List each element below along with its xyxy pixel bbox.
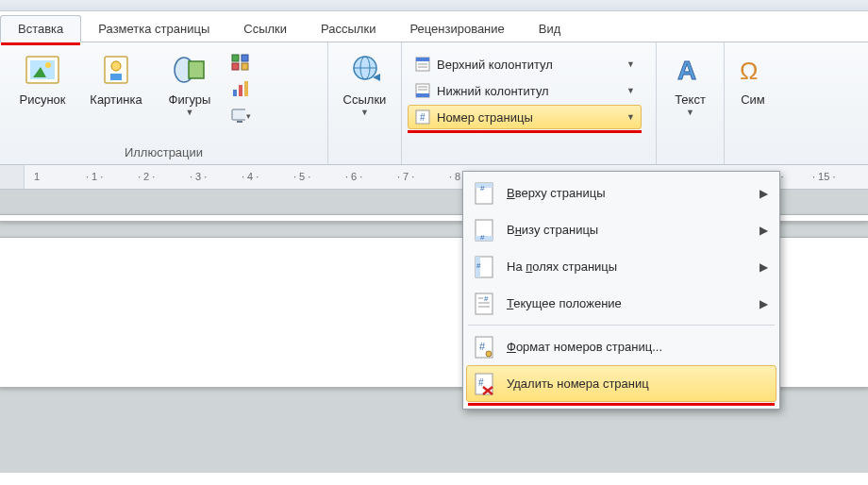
menu-top-of-page[interactable]: # ВВверху страницыверху страницы ▶ bbox=[466, 175, 776, 211]
tab-insert[interactable]: Вставка bbox=[0, 15, 81, 42]
active-underline bbox=[1, 42, 80, 45]
ruler-tick: · 6 · bbox=[345, 171, 362, 182]
svg-rect-6 bbox=[110, 74, 122, 80]
menu-page-margins[interactable]: # На полях страницы ▶ bbox=[466, 248, 776, 285]
svg-rect-9 bbox=[232, 55, 239, 61]
page-bottom-icon: # bbox=[471, 217, 497, 243]
tab-mailings[interactable]: Рассылки bbox=[304, 16, 392, 42]
header-label: Верхний колонтитул bbox=[437, 58, 621, 72]
menu-current-position[interactable]: # Текущее положение ▶ bbox=[466, 285, 776, 322]
chevron-down-icon: ▼ bbox=[626, 86, 635, 95]
svg-text:#: # bbox=[480, 233, 485, 242]
menu-label: Внизу страницы bbox=[507, 223, 760, 237]
submenu-arrow-icon: ▶ bbox=[760, 297, 768, 310]
tab-label: Разметка страницы bbox=[98, 22, 209, 36]
chevron-down-icon: ▼ bbox=[186, 108, 194, 117]
menu-label: ВВверху страницыверху страницы bbox=[507, 186, 760, 200]
tab-label: Рассылки bbox=[321, 22, 376, 36]
svg-text:A: A bbox=[677, 56, 696, 85]
group-text: A Текст ▼ bbox=[657, 42, 725, 164]
shapes-button[interactable]: Фигуры ▼ bbox=[153, 46, 226, 122]
links-button[interactable]: Ссылки ▼ bbox=[334, 46, 395, 122]
menu-label: Удалить номера страниц bbox=[507, 376, 768, 391]
omega-icon: Ω bbox=[734, 51, 772, 89]
clipart-icon bbox=[97, 51, 135, 89]
submenu-arrow-icon: ▶ bbox=[760, 187, 768, 200]
svg-rect-17 bbox=[237, 121, 242, 123]
hyperlink-icon bbox=[346, 51, 384, 89]
picture-button[interactable]: Рисунок bbox=[6, 46, 79, 111]
screenshot-button[interactable]: ▾ bbox=[230, 105, 251, 125]
symbol-label: Сим bbox=[741, 92, 765, 107]
picture-icon bbox=[24, 51, 61, 89]
svg-text:Ω: Ω bbox=[740, 57, 758, 85]
svg-rect-12 bbox=[242, 63, 248, 70]
tab-label: Рецензирование bbox=[409, 22, 504, 36]
ruler-tick: · 15 · bbox=[812, 171, 835, 182]
ruler-tick: · 4 · bbox=[242, 171, 259, 182]
ruler-tick: · 1 · bbox=[86, 171, 103, 182]
svg-rect-10 bbox=[242, 55, 248, 61]
group-spacer bbox=[408, 133, 650, 152]
tab-view[interactable]: Вид bbox=[522, 16, 578, 42]
text-box-button[interactable]: A Текст ▼ bbox=[662, 46, 718, 122]
page-number-button[interactable]: # Номер страницы ▼ bbox=[408, 105, 642, 129]
ruler-tick: · 3 · bbox=[190, 171, 207, 182]
page-number-label: Номер страницы bbox=[437, 110, 621, 125]
chevron-down-icon: ▾ bbox=[246, 111, 251, 121]
svg-rect-13 bbox=[233, 90, 237, 96]
illustration-small-buttons: ▾ bbox=[230, 52, 251, 125]
group-label: Иллюстрации bbox=[6, 143, 322, 162]
ruler-tick: · 5 · bbox=[293, 171, 310, 182]
svg-rect-27 bbox=[416, 93, 429, 97]
menu-label: Текущее положение bbox=[507, 296, 760, 310]
menu-label: Формат номеров страниц... bbox=[507, 340, 768, 354]
svg-text:#: # bbox=[478, 377, 484, 388]
ribbon-tabs: Вставка Разметка страницы Ссылки Рассылк… bbox=[0, 11, 868, 42]
group-illustrations: Рисунок Картинка Фигуры ▼ ▾ Иллюст bbox=[0, 42, 328, 164]
clipart-button[interactable]: Картинка bbox=[79, 46, 153, 111]
chevron-down-icon: ▼ bbox=[686, 108, 694, 117]
menu-format-page-numbers[interactable]: # Формат номеров страниц... bbox=[466, 328, 776, 365]
svg-point-50 bbox=[486, 351, 492, 357]
wordart-icon: A bbox=[672, 51, 709, 89]
group-links: Ссылки ▼ bbox=[328, 42, 402, 164]
group-spacer bbox=[662, 143, 718, 162]
menu-remove-page-numbers[interactable]: # Удалить номера страниц bbox=[466, 365, 776, 402]
tab-review[interactable]: Рецензирование bbox=[392, 16, 521, 42]
title-bar bbox=[0, 0, 868, 11]
menu-separator bbox=[468, 325, 775, 326]
group-spacer bbox=[334, 143, 395, 162]
page-number-icon: # bbox=[414, 109, 431, 125]
symbol-button[interactable]: Ω Сим bbox=[730, 46, 776, 111]
svg-rect-16 bbox=[232, 109, 245, 120]
tab-label: Ссылки bbox=[243, 22, 287, 36]
svg-text:#: # bbox=[420, 112, 426, 123]
header-button[interactable]: Верхний колонтитул ▼ bbox=[408, 52, 642, 76]
ruler-corner bbox=[0, 165, 25, 189]
svg-text:#: # bbox=[479, 341, 486, 352]
header-icon bbox=[414, 56, 431, 73]
svg-rect-14 bbox=[239, 85, 242, 96]
highlight-underline bbox=[468, 403, 775, 406]
tab-page-layout[interactable]: Разметка страницы bbox=[81, 16, 226, 42]
submenu-arrow-icon: ▶ bbox=[760, 224, 768, 237]
footer-label: Нижний колонтитул bbox=[437, 84, 621, 98]
submenu-arrow-icon: ▶ bbox=[760, 260, 768, 274]
chevron-down-icon: ▼ bbox=[626, 112, 635, 122]
shapes-icon bbox=[171, 51, 209, 89]
group-header-footer: Верхний колонтитул ▼ Нижний колонтитул ▼… bbox=[402, 42, 657, 164]
footer-button[interactable]: Нижний колонтитул ▼ bbox=[408, 78, 642, 103]
tab-references[interactable]: Ссылки bbox=[226, 16, 304, 42]
tab-label: Вставка bbox=[18, 22, 63, 36]
format-icon: # bbox=[471, 334, 497, 360]
current-position-icon: # bbox=[471, 291, 497, 317]
chart-button[interactable] bbox=[230, 78, 251, 99]
smartart-button[interactable] bbox=[230, 52, 251, 73]
group-spacer bbox=[730, 143, 776, 162]
ruler-tick: · 7 · bbox=[397, 171, 414, 182]
page-top-icon: # bbox=[471, 180, 497, 207]
menu-bottom-of-page[interactable]: # Внизу страницы ▶ bbox=[466, 211, 776, 248]
text-label: Текст bbox=[675, 92, 706, 107]
ruler-tick: · 2 · bbox=[138, 171, 155, 182]
